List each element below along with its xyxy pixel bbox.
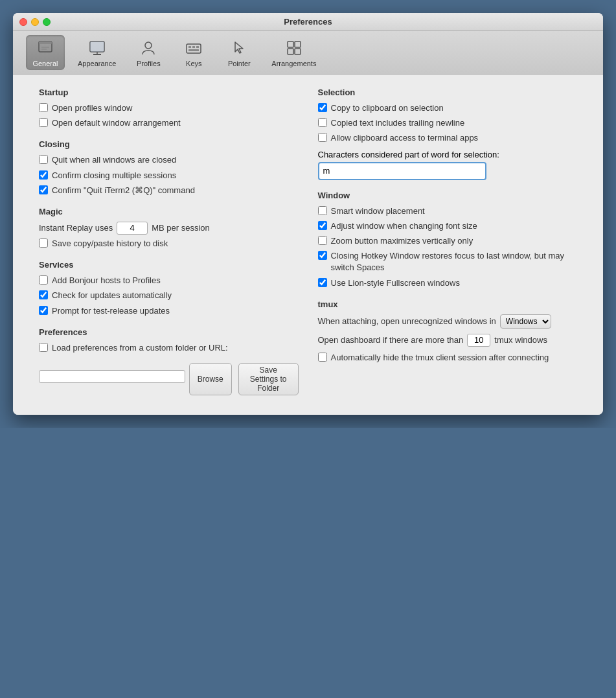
- browse-button[interactable]: Browse: [189, 363, 232, 395]
- load-custom-checkbox[interactable]: [39, 343, 48, 352]
- copy-clipboard-checkbox[interactable]: [318, 103, 327, 112]
- quit-all-checkbox[interactable]: [39, 155, 48, 164]
- arrangements-icon: [284, 38, 304, 58]
- chars-word-label: Characters considered part of word for s…: [318, 150, 578, 159]
- open-profiles-checkbox[interactable]: [39, 103, 48, 112]
- toolbar-general[interactable]: General: [26, 35, 65, 70]
- preferences-buttons: Browse Save Settings to Folder: [189, 363, 299, 395]
- add-bonjour-label: Add Bonjour hosts to Profiles: [52, 275, 161, 286]
- check-updates-label: Check for updates automatically: [52, 290, 172, 301]
- toolbar-general-label: General: [32, 60, 58, 67]
- lion-fullscreen-row: Use Lion-style Fullscreen windows: [318, 277, 578, 289]
- toolbar-profiles[interactable]: Profiles: [129, 35, 168, 70]
- zoom-vertically-checkbox[interactable]: [318, 236, 327, 245]
- smart-placement-label: Smart window placement: [331, 205, 425, 217]
- maximize-button[interactable]: [43, 18, 51, 26]
- prompt-test-row: Prompt for test-release updates: [39, 305, 299, 317]
- save-copy-label: Save copy/paste history to disk: [52, 238, 168, 250]
- tmux-attach-label1: When attaching, open unrecognized window…: [318, 316, 496, 326]
- keys-icon: [183, 38, 204, 58]
- toolbar-keys[interactable]: Keys: [174, 35, 213, 70]
- preferences-url-input[interactable]: [39, 370, 185, 383]
- allow-clipboard-label: Allow clipboard access to terminal apps: [331, 132, 479, 144]
- prompt-test-checkbox[interactable]: [39, 306, 48, 315]
- toolbar-keys-label: Keys: [186, 60, 201, 67]
- svg-rect-5: [90, 41, 104, 52]
- auto-hide-checkbox[interactable]: [318, 353, 327, 362]
- zoom-vertically-row: Zoom button maximizes vertically only: [318, 235, 578, 247]
- closing-hotkey-row: Closing Hotkey Window restores focus to …: [318, 250, 578, 273]
- tmux-dashboard-input[interactable]: [467, 334, 490, 347]
- tmux-dashboard-label2: tmux windows: [494, 335, 547, 345]
- confirm-quit-label: Confirm "Quit iTerm2 (⌘Q)" command: [52, 185, 195, 196]
- copied-trailing-label: Copied text includes trailing newline: [331, 117, 465, 129]
- window-section-title: Window: [318, 191, 578, 200]
- closing-hotkey-checkbox[interactable]: [318, 251, 327, 260]
- allow-clipboard-checkbox[interactable]: [318, 133, 327, 142]
- add-bonjour-checkbox[interactable]: [39, 275, 48, 285]
- copy-clipboard-row: Copy to clipboard on selection: [318, 102, 578, 114]
- svg-rect-1: [39, 41, 52, 44]
- startup-title: Startup: [39, 87, 299, 97]
- smart-placement-row: Smart window placement: [318, 205, 578, 217]
- minimize-button[interactable]: [31, 18, 39, 26]
- svg-rect-17: [295, 49, 301, 54]
- toolbar-arrangements[interactable]: Arrangements: [265, 35, 323, 70]
- preferences-url-row: Browse Save Settings to Folder: [39, 358, 299, 395]
- close-button[interactable]: [19, 18, 27, 26]
- open-default-arrangement-row: Open default window arrangement: [39, 117, 299, 129]
- profiles-icon: [138, 38, 159, 58]
- save-copy-paste-row: Save copy/paste history to disk: [39, 238, 299, 250]
- auto-hide-row: Automatically hide the tmux client sessi…: [318, 352, 578, 364]
- instant-replay-input[interactable]: [117, 222, 148, 235]
- closing-hotkey-label: Closing Hotkey Window restores focus to …: [331, 250, 578, 273]
- adjust-window-label: Adjust window when changing font size: [331, 220, 477, 232]
- tmux-dashboard-label1: Open dashboard if there are more than: [318, 335, 464, 345]
- toolbar: General Appearance Profiles: [13, 31, 603, 75]
- content-area: Startup Open profiles window Open defaul…: [13, 75, 603, 415]
- confirm-quit-checkbox[interactable]: [39, 185, 48, 194]
- traffic-lights: [19, 18, 51, 26]
- confirm-closing-checkbox[interactable]: [39, 170, 48, 180]
- tmux-attach-row: When attaching, open unrecognized window…: [318, 314, 578, 329]
- toolbar-profiles-label: Profiles: [137, 60, 161, 67]
- check-updates-checkbox[interactable]: [39, 290, 48, 299]
- open-profiles-label: Open profiles window: [52, 102, 132, 114]
- toolbar-appearance[interactable]: Appearance: [71, 35, 122, 70]
- lion-fullscreen-checkbox[interactable]: [318, 278, 327, 287]
- instant-replay-label1: Instant Replay uses: [39, 223, 113, 233]
- copy-clipboard-label: Copy to clipboard on selection: [331, 102, 444, 114]
- allow-clipboard-row: Allow clipboard access to terminal apps: [318, 132, 578, 144]
- svg-rect-12: [196, 46, 199, 48]
- svg-rect-16: [288, 49, 293, 54]
- toolbar-appearance-label: Appearance: [78, 60, 116, 67]
- preferences-section-title: Preferences: [39, 327, 299, 337]
- copied-trailing-checkbox[interactable]: [318, 118, 327, 127]
- right-panel: Selection Copy to clipboard on selection…: [318, 87, 578, 395]
- toolbar-arrangements-label: Arrangements: [271, 60, 316, 67]
- smart-placement-checkbox[interactable]: [318, 206, 327, 215]
- window-title: Preferences: [284, 17, 332, 27]
- lion-fullscreen-label: Use Lion-style Fullscreen windows: [331, 277, 460, 289]
- svg-rect-9: [187, 44, 201, 53]
- general-icon: [35, 38, 56, 58]
- toolbar-pointer[interactable]: Pointer: [220, 35, 258, 70]
- adjust-window-row: Adjust window when changing font size: [318, 220, 578, 232]
- toolbar-pointer-label: Pointer: [228, 60, 251, 67]
- selection-title: Selection: [318, 87, 578, 97]
- open-profiles-row: Open profiles window: [39, 102, 299, 114]
- save-copy-checkbox[interactable]: [39, 238, 48, 248]
- save-settings-button[interactable]: Save Settings to Folder: [238, 363, 299, 395]
- svg-point-8: [145, 42, 152, 49]
- zoom-vertically-label: Zoom button maximizes vertically only: [331, 235, 473, 247]
- open-arrangement-checkbox[interactable]: [39, 118, 48, 127]
- chars-word-input[interactable]: [318, 162, 486, 180]
- svg-rect-11: [192, 46, 195, 48]
- magic-title: Magic: [39, 207, 299, 216]
- quit-all-label: Quit when all windows are closed: [52, 154, 176, 166]
- confirm-closing-row: Confirm closing multiple sessions: [39, 170, 299, 181]
- tmux-attach-select[interactable]: Windows Tabs: [500, 314, 551, 329]
- adjust-window-checkbox[interactable]: [318, 221, 327, 230]
- instant-replay-row: Instant Replay uses MB per session: [39, 222, 299, 235]
- svg-rect-14: [288, 41, 293, 47]
